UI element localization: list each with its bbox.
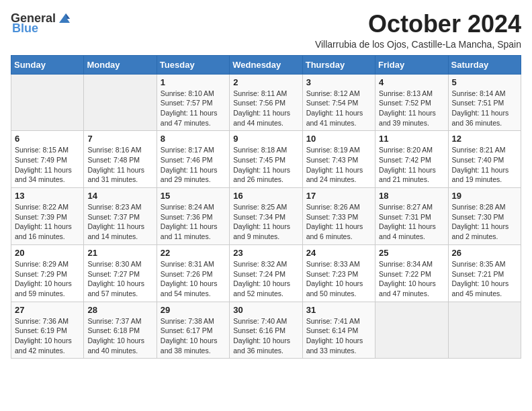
- calendar-day-cell: 5Sunrise: 8:14 AMSunset: 7:51 PMDaylight…: [448, 74, 521, 131]
- calendar-table: SundayMondayTuesdayWednesdayThursdayFrid…: [11, 55, 521, 359]
- day-number: 24: [306, 248, 371, 258]
- calendar-day-cell: 29Sunrise: 7:38 AMSunset: 6:17 PMDayligh…: [157, 302, 229, 359]
- day-number: 22: [161, 248, 226, 258]
- calendar-day-cell: 11Sunrise: 8:20 AMSunset: 7:42 PMDayligh…: [375, 131, 448, 188]
- day-number: 17: [306, 191, 371, 201]
- day-number: 6: [15, 134, 80, 144]
- logo-icon: [56, 11, 71, 26]
- day-number: 23: [233, 248, 298, 258]
- calendar-day-cell: 3Sunrise: 8:12 AMSunset: 7:54 PMDaylight…: [302, 74, 375, 131]
- day-number: 19: [452, 191, 517, 201]
- calendar-day-cell: 15Sunrise: 8:24 AMSunset: 7:36 PMDayligh…: [157, 188, 229, 245]
- calendar-day-cell: 2Sunrise: 8:11 AMSunset: 7:56 PMDaylight…: [230, 74, 302, 131]
- day-number: 29: [161, 305, 226, 315]
- day-info: Sunrise: 8:29 AMSunset: 7:29 PMDaylight:…: [15, 259, 80, 299]
- day-info: Sunrise: 8:30 AMSunset: 7:27 PMDaylight:…: [87, 259, 152, 299]
- location-subtitle: Villarrubia de los Ojos, Castille-La Man…: [315, 39, 521, 50]
- page-header: General Blue October 2024 Villarrubia de…: [11, 11, 521, 50]
- calendar-day-cell: 30Sunrise: 7:40 AMSunset: 6:16 PMDayligh…: [230, 302, 302, 359]
- day-number: 21: [87, 248, 152, 258]
- day-info: Sunrise: 8:21 AMSunset: 7:40 PMDaylight:…: [452, 145, 517, 185]
- day-number: 4: [379, 77, 444, 87]
- calendar-day-cell: 8Sunrise: 8:17 AMSunset: 7:46 PMDaylight…: [157, 131, 229, 188]
- day-info: Sunrise: 7:36 AMSunset: 6:19 PMDaylight:…: [15, 316, 80, 356]
- month-title: October 2024: [315, 11, 521, 38]
- calendar-day-cell: [375, 302, 448, 359]
- calendar-day-cell: 21Sunrise: 8:30 AMSunset: 7:27 PMDayligh…: [84, 244, 157, 302]
- calendar-header-sunday: Sunday: [11, 55, 84, 74]
- logo-blue: Blue: [12, 21, 38, 36]
- day-info: Sunrise: 8:15 AMSunset: 7:49 PMDaylight:…: [15, 145, 80, 185]
- calendar-header-monday: Monday: [84, 55, 157, 74]
- day-number: 11: [379, 134, 444, 144]
- day-info: Sunrise: 8:11 AMSunset: 7:56 PMDaylight:…: [233, 89, 298, 128]
- day-info: Sunrise: 7:40 AMSunset: 6:16 PMDaylight:…: [233, 316, 298, 356]
- day-number: 15: [161, 191, 226, 201]
- day-info: Sunrise: 8:20 AMSunset: 7:42 PMDaylight:…: [379, 145, 444, 185]
- day-number: 3: [306, 77, 371, 87]
- calendar-week-row: 13Sunrise: 8:22 AMSunset: 7:39 PMDayligh…: [11, 188, 521, 245]
- calendar-header-saturday: Saturday: [448, 55, 521, 74]
- calendar-day-cell: 10Sunrise: 8:19 AMSunset: 7:43 PMDayligh…: [302, 131, 375, 188]
- calendar-day-cell: 23Sunrise: 8:32 AMSunset: 7:24 PMDayligh…: [230, 244, 302, 302]
- calendar-day-cell: 6Sunrise: 8:15 AMSunset: 7:49 PMDaylight…: [11, 131, 84, 188]
- day-number: 8: [161, 134, 226, 144]
- day-number: 13: [15, 191, 80, 201]
- calendar-day-cell: 12Sunrise: 8:21 AMSunset: 7:40 PMDayligh…: [448, 131, 521, 188]
- day-info: Sunrise: 8:10 AMSunset: 7:57 PMDaylight:…: [161, 89, 226, 128]
- day-number: 2: [233, 77, 298, 87]
- calendar-day-cell: 20Sunrise: 8:29 AMSunset: 7:29 PMDayligh…: [11, 244, 84, 302]
- calendar-day-cell: [11, 74, 84, 131]
- calendar-day-cell: 16Sunrise: 8:25 AMSunset: 7:34 PMDayligh…: [230, 188, 302, 245]
- day-number: 14: [87, 191, 152, 201]
- day-info: Sunrise: 8:19 AMSunset: 7:43 PMDaylight:…: [306, 145, 371, 185]
- day-info: Sunrise: 8:32 AMSunset: 7:24 PMDaylight:…: [233, 259, 298, 299]
- calendar-week-row: 1Sunrise: 8:10 AMSunset: 7:57 PMDaylight…: [11, 74, 521, 131]
- day-info: Sunrise: 8:35 AMSunset: 7:21 PMDaylight:…: [452, 259, 517, 299]
- day-number: 7: [87, 134, 152, 144]
- calendar-header-thursday: Thursday: [302, 55, 375, 74]
- day-number: 30: [233, 305, 298, 315]
- day-info: Sunrise: 8:31 AMSunset: 7:26 PMDaylight:…: [161, 259, 226, 299]
- calendar-day-cell: 9Sunrise: 8:18 AMSunset: 7:45 PMDaylight…: [230, 131, 302, 188]
- day-info: Sunrise: 8:23 AMSunset: 7:37 PMDaylight:…: [87, 202, 152, 242]
- day-info: Sunrise: 8:25 AMSunset: 7:34 PMDaylight:…: [233, 202, 298, 242]
- title-section: October 2024 Villarrubia de los Ojos, Ca…: [315, 11, 521, 50]
- day-info: Sunrise: 8:14 AMSunset: 7:51 PMDaylight:…: [452, 89, 517, 128]
- day-info: Sunrise: 8:12 AMSunset: 7:54 PMDaylight:…: [306, 89, 371, 128]
- calendar-day-cell: 1Sunrise: 8:10 AMSunset: 7:57 PMDaylight…: [157, 74, 229, 131]
- day-number: 31: [306, 305, 371, 315]
- calendar-day-cell: [84, 74, 157, 131]
- day-info: Sunrise: 8:27 AMSunset: 7:31 PMDaylight:…: [379, 202, 444, 242]
- calendar-header-friday: Friday: [375, 55, 448, 74]
- calendar-day-cell: 17Sunrise: 8:26 AMSunset: 7:33 PMDayligh…: [302, 188, 375, 245]
- calendar-day-cell: 24Sunrise: 8:33 AMSunset: 7:23 PMDayligh…: [302, 244, 375, 302]
- calendar-week-row: 20Sunrise: 8:29 AMSunset: 7:29 PMDayligh…: [11, 244, 521, 302]
- day-info: Sunrise: 8:33 AMSunset: 7:23 PMDaylight:…: [306, 259, 371, 299]
- day-number: 26: [452, 248, 517, 258]
- day-info: Sunrise: 8:18 AMSunset: 7:45 PMDaylight:…: [233, 145, 298, 185]
- day-number: 12: [452, 134, 517, 144]
- calendar-week-row: 6Sunrise: 8:15 AMSunset: 7:49 PMDaylight…: [11, 131, 521, 188]
- day-number: 16: [233, 191, 298, 201]
- day-number: 25: [379, 248, 444, 258]
- day-number: 1: [161, 77, 226, 87]
- day-number: 10: [306, 134, 371, 144]
- calendar-day-cell: 14Sunrise: 8:23 AMSunset: 7:37 PMDayligh…: [84, 188, 157, 245]
- day-number: 5: [452, 77, 517, 87]
- calendar-day-cell: 13Sunrise: 8:22 AMSunset: 7:39 PMDayligh…: [11, 188, 84, 245]
- calendar-day-cell: 19Sunrise: 8:28 AMSunset: 7:30 PMDayligh…: [448, 188, 521, 245]
- day-info: Sunrise: 8:24 AMSunset: 7:36 PMDaylight:…: [161, 202, 226, 242]
- calendar-header-row: SundayMondayTuesdayWednesdayThursdayFrid…: [11, 55, 521, 74]
- day-info: Sunrise: 8:22 AMSunset: 7:39 PMDaylight:…: [15, 202, 80, 242]
- calendar-day-cell: 18Sunrise: 8:27 AMSunset: 7:31 PMDayligh…: [375, 188, 448, 245]
- calendar-day-cell: 22Sunrise: 8:31 AMSunset: 7:26 PMDayligh…: [157, 244, 229, 302]
- calendar-day-cell: 26Sunrise: 8:35 AMSunset: 7:21 PMDayligh…: [448, 244, 521, 302]
- calendar-day-cell: 7Sunrise: 8:16 AMSunset: 7:48 PMDaylight…: [84, 131, 157, 188]
- day-info: Sunrise: 8:13 AMSunset: 7:52 PMDaylight:…: [379, 89, 444, 128]
- calendar-header-tuesday: Tuesday: [157, 55, 229, 74]
- day-info: Sunrise: 8:34 AMSunset: 7:22 PMDaylight:…: [379, 259, 444, 299]
- calendar-day-cell: [448, 302, 521, 359]
- day-info: Sunrise: 8:28 AMSunset: 7:30 PMDaylight:…: [452, 202, 517, 242]
- calendar-day-cell: 27Sunrise: 7:36 AMSunset: 6:19 PMDayligh…: [11, 302, 84, 359]
